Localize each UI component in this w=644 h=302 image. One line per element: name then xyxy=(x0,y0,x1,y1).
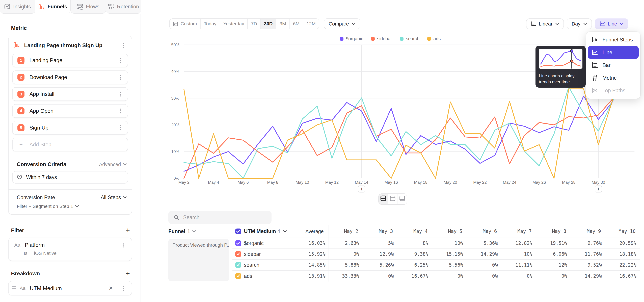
svg-text:May 14: May 14 xyxy=(355,180,368,184)
svg-text:40%: 40% xyxy=(171,69,180,74)
row-checkbox[interactable] xyxy=(235,240,241,246)
platform-kebab-menu[interactable] xyxy=(121,242,126,248)
table-header-row: Funnel1 UTM Medium 4 Average May 2May 3M… xyxy=(168,225,640,238)
funnel-step-1[interactable]: 1Landing Page xyxy=(12,54,128,67)
metric-card: Landing Page through Sign Up 1Landing Pa… xyxy=(8,36,132,215)
date-column-header: May 4 xyxy=(393,228,428,234)
breakdown-kebab-menu[interactable] xyxy=(121,286,126,291)
line-chart[interactable]: 0%10%20%30%40%50%May 2May 4May 6May 8May… xyxy=(141,0,644,193)
funnel-column-dropdown[interactable]: Funnel1 xyxy=(168,228,235,234)
remove-breakdown-icon[interactable]: ✕ xyxy=(109,285,113,292)
funnel-group-cell[interactable]: Product Viewed through P... xyxy=(168,239,229,281)
drag-handle-icon[interactable] xyxy=(12,286,16,290)
clock-icon xyxy=(16,174,22,181)
conversion-window[interactable]: Within 7 days xyxy=(12,171,128,184)
tab-retention[interactable]: Retention xyxy=(106,0,142,14)
line-chart-tooltip: Line charts display trends over time. xyxy=(536,46,586,88)
svg-text:30%: 30% xyxy=(171,96,180,100)
svg-text:May 20: May 20 xyxy=(444,180,457,184)
row-checkbox[interactable] xyxy=(235,262,241,268)
step-number-badge: 1 xyxy=(18,57,24,64)
step-kebab-menu[interactable] xyxy=(118,58,124,63)
line-series-ads xyxy=(184,89,613,178)
step-kebab-menu[interactable] xyxy=(118,125,124,130)
menu-item-funnel-steps[interactable]: Funnel Steps xyxy=(588,33,639,46)
add-filter-button[interactable]: + xyxy=(126,226,130,234)
menu-item-metric[interactable]: Metric xyxy=(588,72,639,84)
string-type-icon: Aa xyxy=(20,286,26,291)
table-row-ads: ads13.91%33.33%0%16.67%0%0%0%0%14.29%16.… xyxy=(232,271,640,282)
tab-funnels[interactable]: Funnels xyxy=(36,0,71,14)
advanced-dropdown[interactable]: Advanced xyxy=(99,162,126,167)
search-icon xyxy=(174,215,179,220)
table-row-search: search14.85%5.88%5.26%6.25%5.56%0%11.11%… xyxy=(232,260,640,271)
svg-text:May 8: May 8 xyxy=(267,180,278,184)
add-breakdown-button[interactable]: + xyxy=(126,270,130,278)
svg-text:20%: 20% xyxy=(171,123,180,127)
funnel-kebab-menu[interactable] xyxy=(121,43,126,48)
step-number-badge: 3 xyxy=(18,90,24,98)
svg-text:May 26: May 26 xyxy=(532,180,546,184)
svg-text:May 24: May 24 xyxy=(503,180,516,184)
date-column-header: May 7 xyxy=(497,228,532,234)
funnel-metric-icon xyxy=(14,42,20,50)
svg-text:May 18: May 18 xyxy=(414,180,428,184)
select-all-checkbox[interactable] xyxy=(235,228,241,234)
step-kebab-menu[interactable] xyxy=(118,92,124,96)
breakdown-column-dropdown[interactable]: UTM Medium 4 xyxy=(235,228,300,234)
plus-icon: + xyxy=(18,141,24,148)
table-row-sidebar: sidebar15.92%0%12.9%9.38%15.15%14.29%10%… xyxy=(232,249,640,260)
step-number-badge: 5 xyxy=(18,124,24,131)
line-chart-icon xyxy=(592,49,598,56)
layout-table-only-button[interactable] xyxy=(398,194,407,204)
string-type-icon: Aa xyxy=(14,242,20,248)
funnel-step-5[interactable]: 5Sign Up xyxy=(12,121,128,134)
metric-icon xyxy=(592,75,598,81)
average-column-header[interactable]: Average xyxy=(300,228,324,234)
date-column-header: May 9 xyxy=(566,228,601,234)
table-row-organic: $organic16.03%2.63%5%8%10%5.36%12.82%19.… xyxy=(232,238,640,249)
funnel-step-4[interactable]: 4App Open xyxy=(12,104,128,118)
step-kebab-menu[interactable] xyxy=(118,108,124,114)
chart-type-menu: Funnel StepsLineBarMetricTop Paths xyxy=(586,32,640,99)
date-column-header: May 6 xyxy=(462,228,497,234)
row-checkbox[interactable] xyxy=(235,251,241,257)
funnel-steps-icon xyxy=(592,36,598,43)
breakdown-card-utm[interactable]: Aa UTM Medium ✕ xyxy=(8,281,132,296)
menu-item-top-paths: Top Paths xyxy=(588,84,639,97)
split-view-icon xyxy=(380,196,386,203)
filter-segment-dropdown[interactable]: Filter + Segment on Step 1 xyxy=(8,200,132,214)
add-step-button[interactable]: + Add Step xyxy=(12,138,128,151)
all-steps-dropdown[interactable]: All Steps xyxy=(100,194,126,200)
filter-card-platform[interactable]: Aa Platform Is iOS Native xyxy=(8,238,132,261)
svg-text:May 2: May 2 xyxy=(178,180,190,184)
filter-heading: Filter xyxy=(11,227,24,234)
menu-item-line[interactable]: Line xyxy=(588,46,639,59)
date-column-header: May 5 xyxy=(428,228,462,234)
tab-flows[interactable]: Flows xyxy=(70,0,106,14)
svg-text:May 12: May 12 xyxy=(325,180,339,184)
table-body: $organic16.03%2.63%5%8%10%5.36%12.82%19.… xyxy=(232,238,640,282)
svg-text:May 6: May 6 xyxy=(238,180,249,184)
menu-item-bar[interactable]: Bar xyxy=(588,59,639,72)
query-sidebar: Metric Landing Page through Sign Up 1Lan… xyxy=(0,14,141,302)
step-kebab-menu[interactable] xyxy=(118,75,124,80)
search-input[interactable]: Search xyxy=(168,211,272,224)
metric-heading: Metric xyxy=(11,25,27,31)
date-column-header: May 10 xyxy=(601,228,636,234)
funnel-step-2[interactable]: 2Download Page xyxy=(12,70,128,84)
date-column-header: May 8 xyxy=(532,228,566,234)
layout-chart-only-button[interactable] xyxy=(388,194,398,204)
layout-split-view-button[interactable] xyxy=(379,194,388,204)
step-number-badge: 2 xyxy=(18,74,24,81)
row-checkbox[interactable] xyxy=(235,273,241,279)
tab-insights[interactable]: Insights xyxy=(0,0,36,14)
annotation-marker[interactable]: 1 xyxy=(595,186,602,192)
annotation-marker[interactable]: 1 xyxy=(358,186,365,192)
funnels-app: InsightsFunnelsFlowsRetention Metric Lan… xyxy=(0,0,644,302)
search-placeholder: Search xyxy=(183,214,200,220)
retention-icon xyxy=(108,4,114,10)
svg-text:1: 1 xyxy=(598,187,600,191)
funnel-step-3[interactable]: 3App Install xyxy=(12,87,128,101)
line-chart-preview xyxy=(539,49,582,68)
